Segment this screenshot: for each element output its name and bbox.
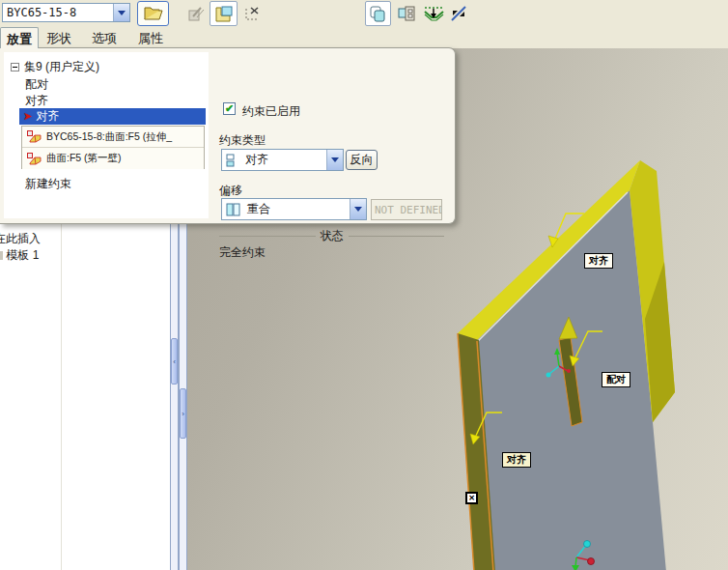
status-value: 完全约束: [219, 244, 266, 261]
tab-shape[interactable]: 形状: [41, 27, 77, 48]
coincident-offset-icon: [226, 203, 241, 216]
selected-constraint-label: 对齐: [36, 108, 59, 125]
offset-state-combo-disabled: NOT DEFINED: [371, 199, 442, 220]
tree-node-icon: [0, 251, 3, 260]
assembly-window-button[interactable]: [394, 1, 418, 26]
current-constraint-arrow-icon: ➤: [23, 110, 32, 123]
datum-toggle-button[interactable]: [447, 1, 470, 26]
tab-placement[interactable]: 放置: [0, 27, 39, 48]
flip-button[interactable]: 反向: [346, 150, 378, 170]
surface-ref-icon: [27, 153, 42, 165]
collapse-left-handle[interactable]: ‹: [171, 338, 178, 385]
folder-open-button[interactable]: [137, 1, 169, 26]
assembly-window-icon: [398, 5, 415, 22]
offset-combo[interactable]: 重合: [221, 198, 367, 220]
sash-right[interactable]: ›: [179, 224, 187, 570]
constraint-set-label: 集9 (用户定义): [24, 60, 99, 73]
surface-ref-icon: [27, 130, 42, 143]
chevron-down-icon[interactable]: [326, 150, 343, 170]
drag-snap-icon: [424, 5, 444, 22]
constraint-type-value: 对齐: [245, 152, 326, 168]
constraint-set-row[interactable]: 集9 (用户定义): [11, 59, 99, 75]
constraint-row-align-selected[interactable]: ➤ 对齐: [19, 108, 206, 125]
folder-open-icon: [144, 6, 163, 21]
constraint-enabled-label: 约束已启用: [242, 103, 300, 120]
reference-row-2[interactable]: 曲面:F5 (第一壁): [22, 148, 204, 169]
offset-value: 重合: [247, 201, 350, 217]
tree-column-divider: [61, 224, 62, 570]
constraint-tree[interactable]: 集9 (用户定义) 配对 对齐 ➤ 对齐 BYC65-15-8:曲面:F5 (拉…: [4, 52, 209, 218]
placement-panel-button[interactable]: [210, 1, 238, 26]
collapse-minus-icon[interactable]: [11, 63, 19, 71]
annotation-align-top[interactable]: 对齐: [584, 253, 613, 269]
panel-tabbar: 放置 形状 选项 属性: [0, 27, 728, 48]
tree-item-insert-here[interactable]: 在此插入: [0, 231, 41, 247]
model-selector-combo[interactable]: BYC65-15-8: [2, 3, 130, 22]
chevron-down-icon[interactable]: [350, 199, 366, 219]
annotation-align-left[interactable]: 对齐: [502, 452, 531, 468]
remove-target-button-disabled: [239, 1, 265, 26]
offset-state-value: NOT DEFINED: [372, 204, 442, 216]
tree-item-label: 模板 1: [6, 248, 39, 262]
placement-panel-icon: [214, 5, 234, 23]
reference-label: BYC65-15-8:曲面:F5 (拉伸_: [46, 130, 172, 144]
status-section-label: 状态: [316, 228, 349, 244]
model-selector-value: BYC65-15-8: [3, 6, 113, 19]
constraint-row-align1[interactable]: 对齐: [25, 93, 48, 109]
drag-snap-button[interactable]: [421, 1, 447, 26]
reference-row-1[interactable]: BYC65-15-8:曲面:F5 (拉伸_: [22, 127, 204, 148]
constraint-row-mate[interactable]: 配对: [25, 76, 48, 93]
reference-list[interactable]: BYC65-15-8:曲面:F5 (拉伸_ 曲面:F5 (第一壁): [21, 126, 205, 169]
tab-properties[interactable]: 属性: [132, 27, 169, 48]
constraint-enabled-checkbox[interactable]: ✔: [223, 102, 236, 115]
constraint-type-label: 约束类型: [219, 132, 266, 149]
annotation-mate[interactable]: 配对: [602, 372, 630, 387]
top-toolbar: BYC65-15-8: [0, 0, 728, 27]
tab-options[interactable]: 选项: [86, 27, 123, 48]
remove-target-icon: [243, 5, 261, 22]
edit-definition-icon: [187, 5, 205, 22]
edit-definition-button-disabled: [183, 1, 209, 26]
sash-left[interactable]: ‹: [170, 224, 179, 570]
model-tree-pane[interactable]: 在此插入 模板 1: [0, 224, 170, 570]
separate-window-icon: [369, 5, 387, 23]
offset-label: 偏移: [219, 183, 242, 199]
constraint-type-combo[interactable]: 对齐: [221, 149, 344, 171]
datum-toggle-icon: [450, 5, 467, 22]
status-section-divider: 状态: [219, 229, 444, 242]
separate-window-button[interactable]: [365, 1, 391, 26]
tree-item-template[interactable]: 模板 1: [0, 247, 39, 264]
placement-panel: 集9 (用户定义) 配对 对齐 ➤ 对齐 BYC65-15-8:曲面:F5 (拉…: [0, 47, 456, 224]
align-constraint-icon: [226, 154, 239, 167]
reference-label: 曲面:F5 (第一壁): [46, 152, 122, 165]
collapse-right-handle[interactable]: ›: [180, 388, 186, 439]
chevron-down-icon[interactable]: [113, 4, 129, 21]
broken-constraint-marker[interactable]: ✕: [465, 492, 478, 504]
new-constraint-link[interactable]: 新建约束: [25, 176, 71, 192]
